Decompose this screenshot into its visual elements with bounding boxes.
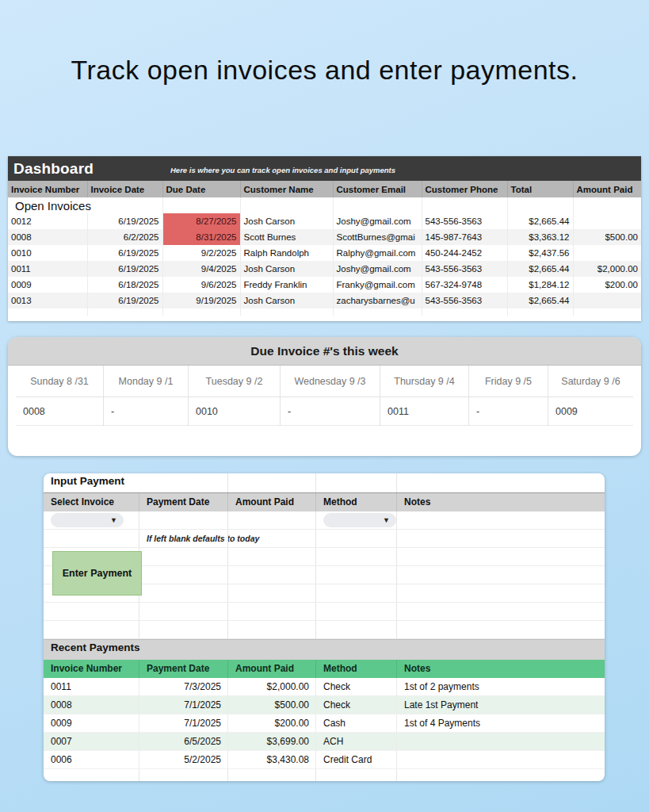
cell-invoice-date: 6/19/2025 [87,213,162,229]
table-row: 0006 5/2/2025 $3,430.08 Credit Card [44,751,605,769]
open-invoices-table: Open Invoices Invoice Number Invoice Dat… [8,181,641,316]
cell-payment-date: 7/1/2025 [139,696,227,714]
cell-invoice-number: 0009 [44,714,139,733]
cell-customer-phone: 450-244-2452 [422,245,507,261]
cell-amount-paid: $500.00 [227,696,315,714]
due-day-column: Saturday 9 /6 0009 [548,366,633,426]
cell-customer-email: Joshy@gmail.com [333,261,422,277]
cell-customer-name: Freddy Franklin [240,277,333,293]
cell-due-date-overdue: 8/31/2025 [162,229,240,245]
open-invoices-header-row: Invoice Number Invoice Date Due Date Cus… [8,181,641,197]
column-header-amount-paid: Amount Paid [573,181,641,197]
cell-invoice-date: 6/2/2025 [87,229,162,245]
due-day-value: 0009 [548,397,633,426]
recent-payments-header-row: Invoice Number Payment Date Amount Paid … [44,660,605,678]
cell-amount-paid: $2,000.00 [227,678,315,696]
cell-amount-paid [573,293,641,308]
cell-method: Credit Card [315,751,396,769]
due-day-value: - [469,397,548,426]
cell-due-date: 9/19/2025 [162,293,240,308]
cell-due-date: 9/6/2025 [162,277,240,293]
chevron-down-icon: ▼ [110,517,117,524]
method-dropdown[interactable]: ▼ [323,513,396,527]
cell-payment-date: 7/3/2025 [139,678,227,696]
table-row: 0013 6/19/2025 9/19/2025 Josh Carson zac… [8,293,641,308]
cell-invoice-date: 6/19/2025 [87,261,162,277]
enter-payment-button[interactable]: Enter Payment [52,551,142,596]
column-header-select-invoice: Select Invoice [44,493,139,511]
open-invoices-section-title: Open Invoices [11,199,91,213]
cell-amount-paid: $2,000.00 [573,261,641,277]
column-header-customer-email: Customer Email [333,181,422,197]
dashboard-panel: Dashboard Here is where you can track op… [8,156,641,321]
input-payment-title-row: Input Payment [44,473,605,493]
cell-customer-phone: 145-987-7643 [422,229,507,245]
due-day-column: Sunday 8 /31 0008 [16,366,104,426]
cell-invoice-number: 0007 [44,733,139,751]
select-invoice-dropdown[interactable]: ▼ [51,513,124,527]
column-header-method: Method [315,660,396,678]
cell-total: $2,665.44 [507,293,573,308]
cell-customer-name: Josh Carson [240,261,333,277]
input-payment-entry-row: ▼ ▼ [44,511,605,530]
due-day-value: 0008 [16,397,103,426]
due-day-label: Saturday 9 /6 [548,366,633,397]
cell-customer-phone: 543-556-3563 [422,261,507,277]
due-day-column: Tuesday 9 /2 0010 [189,366,281,426]
due-day-value: 0010 [189,397,280,426]
due-day-label: Friday 9 /5 [469,366,548,397]
column-header-notes: Notes [396,493,605,511]
column-header-total: Total [507,181,573,197]
cell-notes [396,751,605,769]
cell-due-date: 9/4/2025 [162,261,240,277]
table-row: 0009 7/1/2025 $200.00 Cash 1st of 4 Paym… [44,714,605,733]
cell-invoice-number: 0008 [8,229,87,245]
table-row: 0008 7/1/2025 $500.00 Check Late 1st Pay… [44,696,605,714]
dashboard-title: Dashboard [8,160,94,178]
due-day-label: Wednesday 9 /3 [281,366,380,397]
due-this-week-table: Sunday 8 /31 0008 Monday 9 /1 - Tuesday … [16,366,633,426]
table-row: 0012 6/19/2025 8/27/2025 Josh Carson Jos… [8,213,641,229]
cell-payment-date: 6/5/2025 [139,733,227,751]
page-background: Track open invoices and enter payments. … [0,0,649,812]
cell-customer-email: ScottBurnes@gmai [333,229,422,245]
cell-invoice-number: 0008 [44,696,139,714]
button-zone: Enter Payment [44,548,605,639]
table-row: 0011 6/19/2025 9/4/2025 Josh Carson Josh… [8,261,641,277]
column-header-customer-name: Customer Name [240,181,333,197]
payment-date-cell[interactable] [139,511,227,529]
cell-customer-email: zacharysbarnes@u [333,293,422,308]
cell-notes: 1st of 4 Payments [396,714,605,733]
cell-customer-email: Ralphy@gmail.com [333,245,422,261]
due-this-week-title: Due Invoice #'s this week [8,337,641,366]
notes-cell[interactable] [396,511,605,529]
cell-customer-email: Franky@gmail.com [333,277,422,293]
cell-invoice-number: 0011 [8,261,87,277]
cell-invoice-number: 0013 [8,293,87,308]
cell-amount-paid [573,213,641,229]
page-title: Track open invoices and enter payments. [48,45,601,95]
cell-customer-name: Josh Carson [240,293,333,308]
column-header-invoice-number: Invoice Number [44,660,139,678]
input-payment-header-row: Select Invoice Payment Date Amount Paid … [44,493,605,511]
cell-customer-email: Joshy@gmail.com [333,213,422,229]
due-this-week-panel: Due Invoice #'s this week Sunday 8 /31 0… [8,337,641,456]
amount-paid-cell[interactable] [227,511,315,529]
column-header-amount-paid: Amount Paid [227,493,315,511]
due-day-value: - [104,397,188,426]
due-day-label: Sunday 8 /31 [16,366,103,397]
dashboard-header: Dashboard Here is where you can track op… [8,156,641,181]
column-header-amount-paid: Amount Paid [227,660,315,678]
cell-amount-paid: $200.00 [573,277,641,293]
cell-notes [396,733,605,751]
table-row-empty [8,308,641,316]
column-header-due-date: Due Date [162,181,240,197]
column-header-method: Method [315,493,396,511]
due-day-value: 0011 [380,397,468,426]
due-day-label: Tuesday 9 /2 [189,366,280,397]
cell-total: $2,665.44 [507,261,573,277]
cell-customer-name: Ralph Randolph [240,245,333,261]
table-row: 0011 7/3/2025 $2,000.00 Check 1st of 2 p… [44,678,605,696]
cell-invoice-number: 0010 [8,245,87,261]
due-day-column: Monday 9 /1 - [104,366,189,426]
